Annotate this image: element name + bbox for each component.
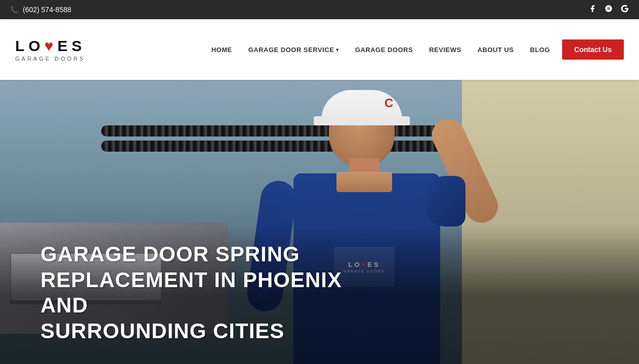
main-nav: HOME GARAGE DOOR SERVICE ▾ GARAGE DOORS … — [203, 39, 624, 60]
logo-text: LO♥ES — [15, 37, 86, 55]
nav-about-us[interactable]: ABOUT US — [470, 46, 522, 54]
nav-blog[interactable]: BLOG — [522, 46, 559, 54]
cap-logo: C — [385, 96, 397, 111]
person-cap-brim — [314, 116, 410, 125]
nav-garage-doors[interactable]: GARAGE DOORS — [347, 46, 421, 54]
person-shoulder-right — [425, 176, 465, 226]
spring-coil-2 — [101, 141, 455, 152]
phone-icon: 📞 — [10, 6, 19, 14]
social-links — [588, 5, 629, 15]
chevron-down-icon: ▾ — [336, 47, 339, 53]
hero-section: C LO♥ES GARAGE DOORS GARAGE DOOR SPRING … — [0, 80, 639, 364]
person-collar — [336, 172, 392, 192]
hero-text-overlay: GARAGE DOOR SPRING REPLACEMENT IN PHOENI… — [0, 226, 639, 364]
spring-coil-1 — [101, 125, 455, 136]
yelp-icon[interactable] — [605, 5, 613, 15]
phone-number[interactable]: 📞 (602) 574-8588 — [10, 6, 71, 14]
logo-subtitle: GARAGE DOORS — [15, 56, 85, 62]
google-icon[interactable] — [621, 5, 629, 15]
top-bar: 📞 (602) 574-8588 — [0, 0, 639, 19]
header: LO♥ES GARAGE DOORS HOME GARAGE DOOR SERV… — [0, 19, 639, 80]
facebook-icon[interactable] — [588, 5, 597, 15]
spring-coils-container — [101, 125, 455, 153]
nav-home[interactable]: HOME — [203, 46, 240, 54]
nav-garage-door-service[interactable]: GARAGE DOOR SERVICE ▾ — [240, 46, 347, 54]
nav-reviews[interactable]: REVIEWS — [421, 46, 469, 54]
logo[interactable]: LO♥ES GARAGE DOORS — [15, 37, 86, 62]
hero-heading: GARAGE DOOR SPRING REPLACEMENT IN PHOENI… — [40, 242, 395, 344]
contact-us-button[interactable]: Contact Us — [562, 39, 624, 60]
